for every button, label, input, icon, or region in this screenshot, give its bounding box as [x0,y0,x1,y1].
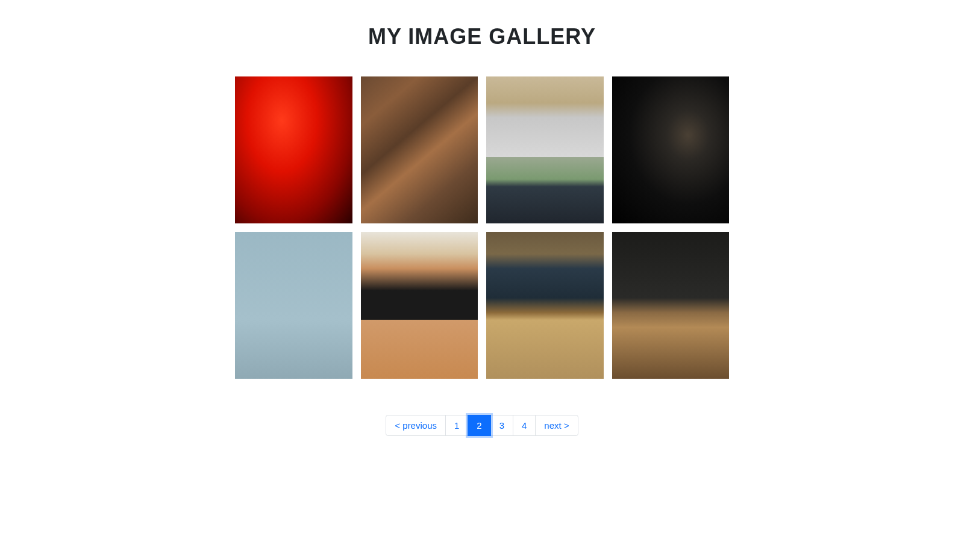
gallery-image[interactable] [361,76,478,223]
gallery-image[interactable] [361,232,478,379]
gallery-image[interactable] [235,76,352,223]
pagination: < previous 1 2 3 4 next > [133,415,831,436]
gallery-image[interactable] [612,76,730,223]
page-title: MY IMAGE GALLERY [133,24,831,49]
gallery-image[interactable] [235,232,352,379]
gallery-image[interactable] [612,232,730,379]
pagination-page-1-button[interactable]: 1 [445,415,468,436]
pagination-page-2-button[interactable]: 2 [468,415,490,436]
gallery-container: MY IMAGE GALLERY < previous 1 2 3 4 next… [120,0,844,460]
gallery-image[interactable] [486,76,604,223]
gallery-image[interactable] [486,232,604,379]
image-grid [235,76,729,379]
pagination-previous-button[interactable]: < previous [386,415,446,436]
pagination-next-button[interactable]: next > [535,415,578,436]
pagination-page-3-button[interactable]: 3 [490,415,513,436]
pagination-page-4-button[interactable]: 4 [513,415,536,436]
